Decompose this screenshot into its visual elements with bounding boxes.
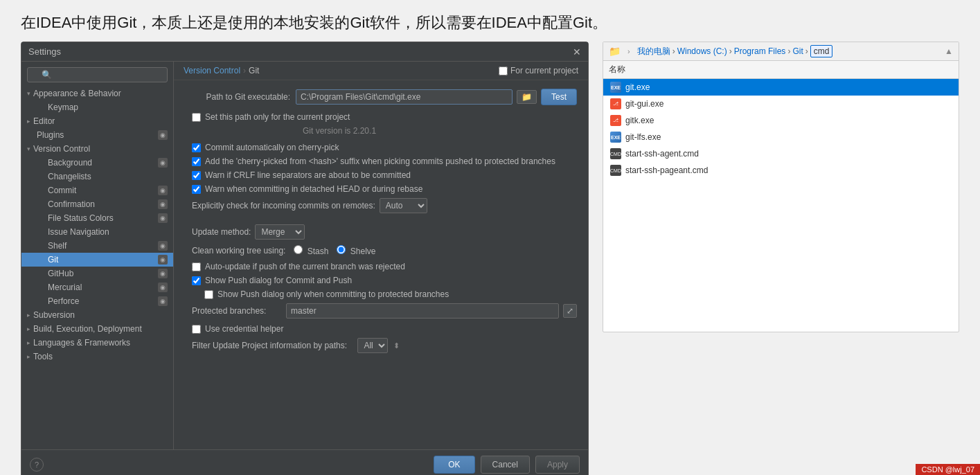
filter-update-arrow: ⬍ xyxy=(393,341,400,350)
sidebar-item-label-languages-frameworks: Languages & Frameworks xyxy=(33,338,130,348)
file-name-git-gui-exe: git-gui.exe xyxy=(625,99,663,109)
radio-shelve-text: Shelve xyxy=(350,247,376,256)
explorer-item-start-ssh-pageant[interactable]: CMDstart-ssh-pageant.cmd xyxy=(603,162,959,179)
sidebar-badge-commit: ◉ xyxy=(158,186,168,195)
sidebar-item-appearance-behavior[interactable]: ▾Appearance & Behavior xyxy=(21,87,173,100)
explorer-item-git-exe[interactable]: EXEgit.exe xyxy=(603,79,959,96)
sidebar-item-editor[interactable]: ▸Editor xyxy=(21,114,173,128)
folder-icon: 📁 xyxy=(609,46,621,57)
collapse-icon[interactable]: ▲ xyxy=(945,46,953,56)
folder-browse-button[interactable]: 📁 xyxy=(517,90,537,104)
search-input[interactable] xyxy=(27,67,168,82)
sidebar-item-confirmation[interactable]: Confirmation◉ xyxy=(21,197,173,211)
sidebar-item-perforce[interactable]: Perforce◉ xyxy=(21,294,173,308)
cb-cherry-picked-suffix-label: Add the 'cherry-picked from <hash>' suff… xyxy=(205,156,555,166)
explorer-item-git-gui-exe[interactable]: ⎇git-gui.exe xyxy=(603,96,959,112)
update-method-label: Update method: xyxy=(192,227,251,237)
cb-detached-head[interactable] xyxy=(192,185,201,194)
sidebar-item-version-control[interactable]: ▾Version Control xyxy=(21,142,173,156)
sidebar-item-issue-navigation[interactable]: Issue Navigation xyxy=(21,225,173,239)
breadcrumb-git[interactable]: Git xyxy=(792,46,803,56)
sidebar-item-label-shelf: Shelf xyxy=(48,241,66,251)
explorer-breadcrumb: 我的电脑 › Windows (C:) › Program Files › Gi… xyxy=(637,45,833,57)
breadcrumb-program-files[interactable]: Program Files xyxy=(734,46,786,56)
radio-shelve[interactable] xyxy=(337,245,346,254)
sidebar-badge-perforce: ◉ xyxy=(158,296,168,306)
sidebar: 🔍 ▾Appearance & BehaviorKeymap▸EditorPlu… xyxy=(21,62,174,449)
main-content: Version Control › Git For current projec… xyxy=(174,62,588,449)
file-icon-git-lfs-exe: EXE xyxy=(610,132,621,143)
close-button[interactable]: ✕ xyxy=(573,47,581,57)
radio-stash-text: Stash xyxy=(308,247,329,256)
update-method-select[interactable]: Merge Rebase xyxy=(255,224,305,240)
cancel-button[interactable]: Cancel xyxy=(481,456,530,474)
sidebar-item-github[interactable]: GitHub◉ xyxy=(21,267,173,280)
clean-working-tree-label: Clean working tree using: xyxy=(192,246,285,256)
use-credential-row: Use credential helper xyxy=(185,324,577,334)
git-path-input-group: 📁 Test xyxy=(296,89,577,105)
sidebar-item-tools[interactable]: ▸Tools xyxy=(21,350,173,364)
chevron-icon: ▸ xyxy=(27,339,30,346)
file-icon-gitk-exe: ⎇ xyxy=(610,115,621,126)
explorer-item-gitk-exe[interactable]: ⎇gitk.exe xyxy=(603,112,959,129)
protected-branches-expand-btn[interactable]: ⤢ xyxy=(563,304,577,318)
chevron-icon: ▸ xyxy=(27,118,30,125)
sidebar-item-label-commit: Commit xyxy=(48,186,76,195)
ok-button[interactable]: OK xyxy=(434,456,474,474)
help-button[interactable]: ? xyxy=(30,458,44,472)
breadcrumb-parent[interactable]: Version Control xyxy=(184,66,240,75)
sidebar-item-keymap[interactable]: Keymap xyxy=(21,100,173,114)
sidebar-item-build-execution-deployment[interactable]: ▸Build, Execution, Deployment xyxy=(21,322,173,336)
breadcrumb-sep1: › xyxy=(243,66,246,75)
set-path-only-label: Set this path only for the current proje… xyxy=(205,112,350,122)
file-name-start-ssh-agent: start-ssh-agent.cmd xyxy=(625,149,699,159)
explorer-file-list: EXEgit.exe⎇git-gui.exe⎇gitk.exeEXEgit-lf… xyxy=(603,79,959,332)
sidebar-item-shelf[interactable]: Shelf◉ xyxy=(21,239,173,253)
dialog-footer: ? OK Cancel Apply xyxy=(21,449,588,475)
sidebar-item-git[interactable]: Git◉ xyxy=(21,253,173,267)
git-path-input[interactable] xyxy=(296,89,513,105)
file-name-git-lfs-exe: git-lfs.exe xyxy=(625,132,661,142)
auto-update-checkbox[interactable] xyxy=(192,262,201,271)
explorer-item-git-lfs-exe[interactable]: EXEgit-lfs.exe xyxy=(603,129,959,145)
breadcrumb-c-drive[interactable]: Windows (C:) xyxy=(677,46,727,56)
cb-cherry-picked-suffix[interactable] xyxy=(192,157,201,166)
sidebar-badge-github: ◉ xyxy=(158,269,168,278)
breadcrumb-my-computer[interactable]: 我的电脑 xyxy=(637,46,670,57)
file-icon-git-exe: EXE xyxy=(610,82,621,93)
apply-button[interactable]: Apply xyxy=(535,456,580,474)
sidebar-item-subversion[interactable]: ▸Subversion xyxy=(21,308,173,322)
show-push-protected-label: Show Push dialog only when committing to… xyxy=(217,289,449,299)
sidebar-item-changelists[interactable]: Changelists xyxy=(21,170,173,183)
protected-branches-input[interactable] xyxy=(286,303,559,319)
show-push-protected-checkbox[interactable] xyxy=(204,290,213,299)
sidebar-item-background[interactable]: Background◉ xyxy=(21,156,173,170)
file-name-git-exe: git.exe xyxy=(625,82,650,92)
sidebar-badge-background: ◉ xyxy=(158,158,168,168)
current-project-checkbox[interactable] xyxy=(499,66,508,75)
sidebar-badge-confirmation: ◉ xyxy=(158,199,168,209)
sidebar-item-label-editor: Editor xyxy=(33,116,55,126)
cb-crlf[interactable] xyxy=(192,171,201,180)
sidebar-item-plugins[interactable]: Plugins◉ xyxy=(21,128,173,142)
show-push-dialog-row: Show Push dialog for Commit and Push xyxy=(185,276,577,285)
radio-stash[interactable] xyxy=(294,245,303,254)
show-push-dialog-checkbox[interactable] xyxy=(192,276,201,285)
up-arrow-icon[interactable]: › xyxy=(623,46,634,57)
use-credential-checkbox[interactable] xyxy=(192,325,201,334)
set-path-only-checkbox[interactable] xyxy=(192,113,201,122)
test-button[interactable]: Test xyxy=(541,89,577,105)
incoming-commits-select[interactable]: Auto Always Never xyxy=(380,198,427,213)
explorer-header: 📁 › 我的电脑 › Windows (C:) › Program Files … xyxy=(603,42,959,61)
sidebar-item-commit[interactable]: Commit◉ xyxy=(21,183,173,197)
sidebar-badge-mercurial: ◉ xyxy=(158,283,168,292)
sidebar-item-languages-frameworks[interactable]: ▸Languages & Frameworks xyxy=(21,336,173,350)
filter-update-select[interactable]: All xyxy=(357,338,388,353)
show-push-protected-row: Show Push dialog only when committing to… xyxy=(185,289,577,299)
breadcrumb-sep-4: › xyxy=(805,46,808,56)
sidebar-item-file-status-colors[interactable]: File Status Colors◉ xyxy=(21,211,173,225)
breadcrumb: Version Control › Git For current projec… xyxy=(174,62,588,80)
sidebar-item-mercurial[interactable]: Mercurial◉ xyxy=(21,280,173,294)
explorer-item-start-ssh-agent[interactable]: CMDstart-ssh-agent.cmd xyxy=(603,145,959,162)
cb-cherry-pick[interactable] xyxy=(192,143,201,152)
